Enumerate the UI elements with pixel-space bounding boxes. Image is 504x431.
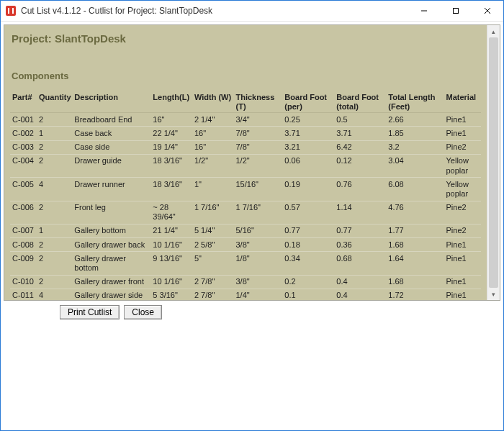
cell-mat: Yellow poplar [444, 178, 482, 201]
cell-t: 1/4" [234, 289, 283, 301]
cell-w: 1" [192, 178, 234, 201]
cell-tl: 1.68 [386, 238, 444, 252]
cell-qty: 2 [37, 238, 72, 252]
table-row: C-0021Case back22 1/4"16"7/8"3.713.711.8… [10, 127, 481, 140]
cell-part: C-003 [10, 140, 37, 154]
vertical-scrollbar[interactable]: ▴ ▾ [487, 25, 500, 300]
cell-len: 19 1/4" [150, 140, 192, 154]
cell-tl: 1.72 [386, 289, 444, 301]
cell-tl: 1.77 [386, 224, 444, 237]
table-row: C-0032Case side19 1/4"16"7/8"3.216.423.2… [10, 140, 481, 154]
cell-desc: Case side [72, 140, 150, 154]
cell-bft: 0.5 [334, 113, 386, 127]
svg-rect-4 [454, 9, 459, 14]
cell-len: 16" [150, 113, 192, 127]
section-title: Components [12, 71, 494, 81]
cell-tl: 3.04 [386, 154, 444, 177]
cell-qty: 2 [37, 201, 72, 224]
col-qty: Quantity [37, 91, 72, 113]
cell-qty: 4 [37, 289, 72, 301]
cell-t: 3/8" [234, 275, 283, 289]
col-len: Length(L) [150, 91, 192, 113]
cell-mat: Pine2 [444, 201, 482, 224]
table-header-row: Part# Quantity Description Length(L) Wid… [10, 91, 481, 113]
cell-bft: 0.76 [334, 178, 386, 201]
cell-w: 2 5/8" [192, 238, 234, 252]
cell-tl: 1.85 [386, 127, 444, 140]
cell-mat: Pine1 [444, 275, 482, 289]
cell-bft: 0.77 [334, 224, 386, 237]
minimize-button[interactable] [408, 1, 440, 21]
table-row: C-0062Front leg~ 28 39/64"1 7/16"1 7/16"… [10, 201, 481, 224]
button-row: Print Cutlist Close [4, 305, 500, 319]
cell-len: 21 1/4" [150, 224, 192, 237]
cell-part: C-010 [10, 275, 37, 289]
cell-mat: Pine1 [444, 252, 482, 275]
cell-mat: Pine2 [444, 224, 482, 237]
scroll-down-icon[interactable]: ▾ [487, 288, 500, 300]
cell-w: 5" [192, 252, 234, 275]
cell-mat: Pine1 [444, 289, 482, 301]
cell-bfp: 0.34 [282, 252, 334, 275]
table-row: C-0114Gallery drawer side5 3/16"2 7/8"1/… [10, 289, 481, 301]
close-button[interactable] [472, 1, 503, 21]
col-bfp: Board Foot (per) [282, 91, 334, 113]
cell-part: C-002 [10, 127, 37, 140]
cell-len: 18 3/16" [150, 178, 192, 201]
col-tl: Total Length (Feet) [386, 91, 444, 113]
cell-desc: Gallery drawer bottom [72, 252, 150, 275]
table-row: C-0102Gallery drawer front10 1/16"2 7/8"… [10, 275, 481, 289]
cell-qty: 2 [37, 252, 72, 275]
col-bft: Board Foot (total) [334, 91, 386, 113]
cell-w: 16" [192, 140, 234, 154]
cell-bfp: 0.2 [282, 275, 334, 289]
cell-qty: 1 [37, 127, 72, 140]
cell-qty: 2 [37, 275, 72, 289]
cell-bft: 0.4 [334, 289, 386, 301]
maximize-button[interactable] [440, 1, 472, 21]
cell-bfp: 0.1 [282, 289, 334, 301]
scroll-up-icon[interactable]: ▴ [487, 25, 500, 37]
cell-len: 5 3/16" [150, 289, 192, 301]
table-row: C-0042Drawer guide18 3/16"1/2"1/2"0.060.… [10, 154, 481, 177]
cell-bft: 6.42 [334, 140, 386, 154]
cell-t: 1/2" [234, 154, 283, 177]
cell-w: 1/2" [192, 154, 234, 177]
cell-bfp: 0.06 [282, 154, 334, 177]
cell-part: C-004 [10, 154, 37, 177]
cell-t: 5/16" [234, 224, 283, 237]
svg-rect-2 [9, 8, 12, 14]
cell-len: 9 13/16" [150, 252, 192, 275]
cell-w: 2 1/4" [192, 113, 234, 127]
cell-bfp: 0.25 [282, 113, 334, 127]
print-cutlist-button[interactable]: Print Cutlist [60, 305, 120, 319]
close-dialog-button[interactable]: Close [124, 305, 162, 319]
titlebar: Cut List v4.1.12 - Cutlist for Project: … [1, 1, 503, 22]
cell-qty: 2 [37, 113, 72, 127]
cell-desc: Case back [72, 127, 150, 140]
cell-t: 15/16" [234, 178, 283, 201]
project-title: Project: SlantTopDesk [12, 32, 494, 45]
cell-t: 1 7/16" [234, 201, 283, 224]
cell-w: 5 1/4" [192, 224, 234, 237]
cell-bfp: 0.57 [282, 201, 334, 224]
cell-part: C-008 [10, 238, 37, 252]
app-icon [5, 5, 17, 17]
cell-bfp: 3.71 [282, 127, 334, 140]
cell-desc: Gallery drawer side [72, 289, 150, 301]
cell-part: C-011 [10, 289, 37, 301]
cell-tl: 3.2 [386, 140, 444, 154]
cell-bfp: 0.77 [282, 224, 334, 237]
cell-mat: Pine2 [444, 140, 482, 154]
cell-len: 22 1/4" [150, 127, 192, 140]
scrollbar-thumb[interactable] [489, 37, 498, 288]
cell-desc: Drawer runner [72, 178, 150, 201]
window-title: Cut List v4.1.12 - Cutlist for Project: … [21, 6, 212, 16]
cell-part: C-001 [10, 113, 37, 127]
cell-tl: 6.08 [386, 178, 444, 201]
cell-desc: Gallery drawer back [72, 238, 150, 252]
cell-w: 1 7/16" [192, 201, 234, 224]
cell-t: 7/8" [234, 127, 283, 140]
cell-t: 3/8" [234, 238, 283, 252]
cell-len: 10 1/16" [150, 275, 192, 289]
